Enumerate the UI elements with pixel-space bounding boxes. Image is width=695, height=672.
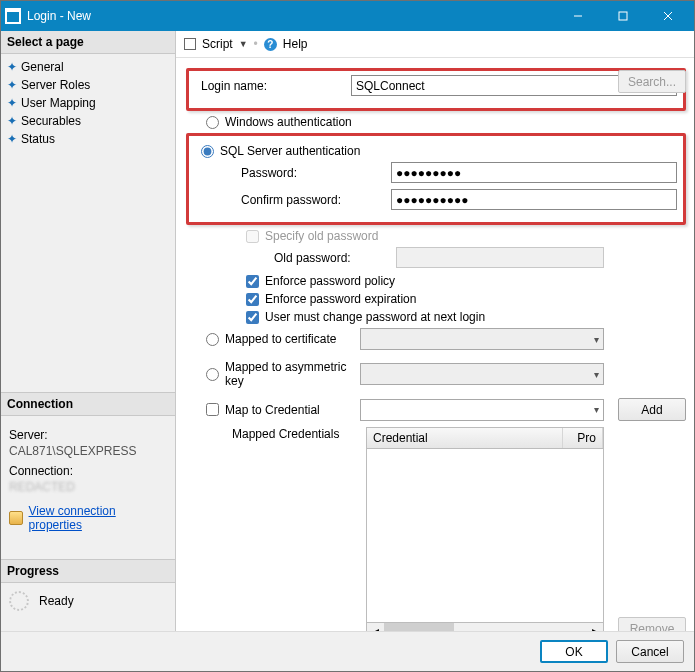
- sidebar-item-label: General: [21, 60, 64, 74]
- map-to-credential-checkbox[interactable]: Map to Credential: [186, 403, 354, 417]
- progress-header: Progress: [1, 560, 175, 583]
- scroll-left-icon[interactable]: ◂: [367, 623, 384, 631]
- add-button[interactable]: Add: [618, 398, 686, 421]
- must-change-password-checkbox[interactable]: User must change password at next login: [186, 310, 686, 324]
- chevron-down-icon: ▾: [594, 334, 599, 345]
- must-change-password-input[interactable]: [246, 311, 259, 324]
- sidebar-item-label: Status: [21, 132, 55, 146]
- mapped-to-asym-key-input[interactable]: [206, 368, 219, 381]
- sidebar-item-label: User Mapping: [21, 96, 96, 110]
- sidebar-item-status[interactable]: ✦Status: [1, 130, 175, 148]
- chevron-down-icon: ▾: [594, 404, 599, 415]
- script-icon: [184, 38, 196, 50]
- mapped-to-certificate-input[interactable]: [206, 333, 219, 346]
- script-button[interactable]: Script: [202, 37, 233, 51]
- sidebar-item-general[interactable]: ✦General: [1, 58, 175, 76]
- maximize-button[interactable]: [600, 1, 645, 31]
- app-icon: [5, 8, 21, 24]
- mapped-to-asym-key-label: Mapped to asymmetric key: [225, 360, 354, 388]
- credentials-list-header: Credential Pro: [366, 427, 604, 448]
- search-button[interactable]: Search...: [618, 70, 686, 93]
- old-password-input: [396, 247, 604, 268]
- connection-value: REDACTED: [9, 480, 167, 494]
- highlight-sql-auth: SQL Server authentication Password: Conf…: [186, 133, 686, 225]
- server-label: Server:: [9, 428, 167, 442]
- certificate-combo: ▾: [360, 328, 604, 350]
- sql-auth-radio[interactable]: SQL Server authentication: [195, 144, 677, 158]
- enforce-policy-input[interactable]: [246, 275, 259, 288]
- old-password-label: Old password:: [186, 251, 390, 265]
- remove-button[interactable]: Remove: [618, 617, 686, 631]
- sidebar-item-label: Server Roles: [21, 78, 90, 92]
- credentials-list[interactable]: [366, 448, 604, 623]
- confirm-password-label: Confirm password:: [195, 193, 385, 207]
- server-value: CAL871\SQLEXPRESS: [9, 444, 167, 458]
- credentials-hscroll[interactable]: ◂ ▸: [366, 623, 604, 631]
- confirm-password-input[interactable]: [391, 189, 677, 210]
- specify-old-password-label: Specify old password: [265, 229, 378, 243]
- map-to-credential-label: Map to Credential: [225, 403, 320, 417]
- mapped-to-asym-key-radio[interactable]: Mapped to asymmetric key: [186, 360, 354, 388]
- windows-auth-label: Windows authentication: [225, 115, 352, 129]
- toolbar: Script ▼ • ? Help: [176, 31, 694, 58]
- specify-old-password-checkbox: Specify old password: [186, 229, 686, 243]
- password-label: Password:: [195, 166, 385, 180]
- page-icon: ✦: [7, 114, 17, 128]
- sidebar-item-label: Securables: [21, 114, 81, 128]
- titlebar[interactable]: Login - New: [1, 1, 694, 31]
- col-provider: Pro: [563, 428, 603, 448]
- sidebar-item-user-mapping[interactable]: ✦User Mapping: [1, 94, 175, 112]
- asym-key-combo: ▾: [360, 363, 604, 385]
- windows-auth-radio[interactable]: Windows authentication: [186, 115, 686, 129]
- close-button[interactable]: [645, 1, 690, 31]
- password-input[interactable]: [391, 162, 677, 183]
- page-icon: ✦: [7, 96, 17, 110]
- connection-header: Connection: [1, 393, 175, 416]
- scroll-thumb[interactable]: [384, 623, 454, 631]
- login-name-label: Login name:: [195, 79, 345, 93]
- connection-label: Connection:: [9, 464, 167, 478]
- sql-auth-label: SQL Server authentication: [220, 144, 360, 158]
- svg-rect-1: [619, 12, 627, 20]
- map-to-credential-input[interactable]: [206, 403, 219, 416]
- sidebar-header: Select a page: [1, 31, 175, 54]
- must-change-password-label: User must change password at next login: [265, 310, 485, 324]
- ok-button[interactable]: OK: [540, 640, 608, 663]
- help-button[interactable]: Help: [283, 37, 308, 51]
- mapped-credentials-label: Mapped Credentials: [186, 427, 360, 441]
- enforce-policy-checkbox[interactable]: Enforce password policy: [186, 274, 686, 288]
- page-icon: ✦: [7, 78, 17, 92]
- enforce-expiration-label: Enforce password expiration: [265, 292, 416, 306]
- highlight-login-name: Login name:: [186, 68, 686, 111]
- credential-combo[interactable]: ▾: [360, 399, 604, 421]
- help-icon: ?: [264, 38, 277, 51]
- scroll-right-icon[interactable]: ▸: [586, 623, 603, 631]
- dialog-footer: OK Cancel: [1, 631, 694, 671]
- enforce-policy-label: Enforce password policy: [265, 274, 395, 288]
- view-connection-properties-link[interactable]: View connection properties: [29, 504, 167, 532]
- mapped-to-certificate-radio[interactable]: Mapped to certificate: [186, 332, 354, 346]
- chevron-down-icon: ▾: [594, 369, 599, 380]
- login-new-dialog: Login - New Select a page ✦General ✦Serv…: [0, 0, 695, 672]
- sidebar: Select a page ✦General ✦Server Roles ✦Us…: [1, 31, 176, 631]
- mapped-to-certificate-label: Mapped to certificate: [225, 332, 336, 346]
- sql-auth-radio-input[interactable]: [201, 145, 214, 158]
- script-dropdown-icon[interactable]: ▼: [239, 39, 248, 49]
- col-credential: Credential: [367, 428, 563, 448]
- cancel-button[interactable]: Cancel: [616, 640, 684, 663]
- page-icon: ✦: [7, 132, 17, 146]
- progress-status: Ready: [39, 594, 74, 608]
- windows-auth-radio-input[interactable]: [206, 116, 219, 129]
- page-icon: ✦: [7, 60, 17, 74]
- sidebar-item-securables[interactable]: ✦Securables: [1, 112, 175, 130]
- enforce-expiration-input[interactable]: [246, 293, 259, 306]
- sidebar-item-server-roles[interactable]: ✦Server Roles: [1, 76, 175, 94]
- window-title: Login - New: [27, 9, 555, 23]
- connection-properties-icon: [9, 511, 23, 525]
- enforce-expiration-checkbox[interactable]: Enforce password expiration: [186, 292, 686, 306]
- minimize-button[interactable]: [555, 1, 600, 31]
- progress-spinner-icon: [9, 591, 29, 611]
- specify-old-password-input: [246, 230, 259, 243]
